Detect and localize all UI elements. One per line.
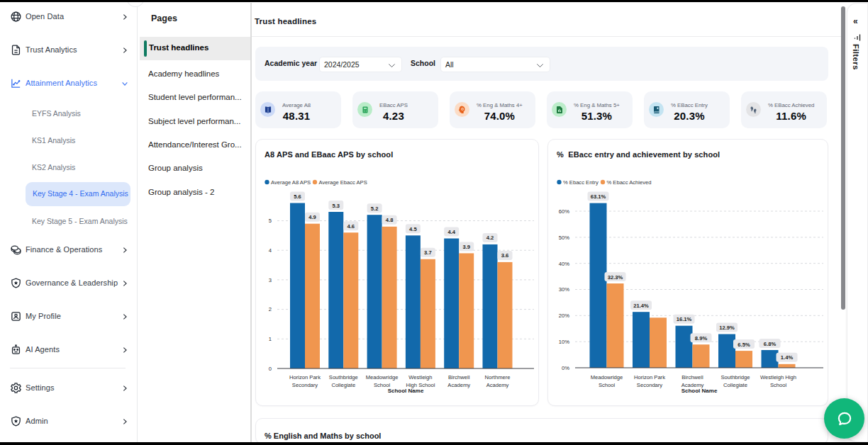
svg-text:3: 3 [269, 277, 272, 283]
svg-text:32.3%: 32.3% [608, 274, 623, 281]
svg-text:Southbridge: Southbridge [329, 374, 358, 381]
svg-text:3.6: 3.6 [501, 252, 509, 259]
svg-text:5: 5 [269, 218, 272, 224]
svg-text:Northmere: Northmere [485, 374, 511, 381]
svg-text:Birchwell: Birchwell [681, 374, 703, 381]
svg-text:6.8%: 6.8% [764, 341, 777, 347]
svg-text:School: School [599, 382, 616, 388]
svg-text:16.1%: 16.1% [677, 316, 692, 322]
svg-text:60%: 60% [559, 208, 569, 215]
svg-text:4: 4 [269, 247, 272, 254]
svg-text:1.4%: 1.4% [781, 354, 794, 361]
svg-text:5.6: 5.6 [294, 193, 301, 200]
svg-text:6.5%: 6.5% [738, 342, 750, 348]
svg-text:4.2: 4.2 [486, 235, 494, 241]
svg-text:Horizon Park: Horizon Park [289, 374, 321, 381]
svg-text:3.9: 3.9 [462, 244, 470, 250]
svg-text:Average Ebacc APS: Average Ebacc APS [319, 179, 367, 186]
svg-text:Average A8 APS: Average A8 APS [271, 179, 311, 186]
svg-text:1: 1 [269, 336, 272, 342]
svg-text:4.6: 4.6 [347, 223, 355, 230]
svg-text:Meadowridge: Meadowridge [366, 374, 399, 381]
svg-text:Collegiate: Collegiate [331, 382, 355, 388]
svg-text:Academy: Academy [447, 382, 470, 388]
svg-text:8.9%: 8.9% [695, 335, 708, 342]
svg-text:4.8: 4.8 [386, 217, 394, 223]
svg-text:0: 0 [269, 366, 272, 372]
svg-text:% Ebacc Achieved: % Ebacc Achieved [607, 179, 652, 186]
svg-text:50%: 50% [559, 235, 569, 241]
svg-text:Secondary: Secondary [637, 382, 663, 388]
svg-text:Westleigh High: Westleigh High [760, 374, 796, 381]
svg-text:Horizon Park: Horizon Park [634, 374, 665, 381]
svg-text:63.1%: 63.1% [591, 193, 606, 200]
svg-text:Southbridge: Southbridge [721, 374, 750, 381]
svg-text:5.3: 5.3 [333, 203, 340, 209]
svg-text:Collegiate: Collegiate [723, 382, 747, 388]
svg-text:3.7: 3.7 [424, 249, 432, 256]
svg-text:School Name: School Name [681, 388, 718, 394]
svg-text:40%: 40% [559, 261, 569, 267]
svg-text:0%: 0% [562, 365, 569, 371]
svg-text:% Ebacc Entry: % Ebacc Entry [563, 179, 599, 186]
svg-text:School: School [770, 382, 787, 388]
svg-text:4.4: 4.4 [447, 229, 455, 235]
svg-text:20%: 20% [559, 312, 569, 319]
svg-text:21.4%: 21.4% [633, 303, 649, 309]
svg-text:12.9%: 12.9% [719, 325, 735, 331]
svg-text:30%: 30% [559, 286, 569, 293]
svg-text:5.2: 5.2 [371, 205, 379, 212]
svg-text:Westleigh: Westleigh [408, 374, 432, 381]
svg-text:Secondary: Secondary [292, 382, 318, 388]
svg-text:4.9: 4.9 [308, 214, 316, 220]
svg-text:Meadowridge: Meadowridge [591, 374, 623, 381]
svg-text:Birchwell: Birchwell [448, 374, 470, 381]
svg-text:2: 2 [269, 306, 272, 312]
svg-text:10%: 10% [559, 339, 569, 345]
svg-text:School Name: School Name [388, 388, 424, 394]
svg-text:Academy: Academy [486, 382, 509, 388]
svg-text:4.5: 4.5 [409, 226, 417, 232]
